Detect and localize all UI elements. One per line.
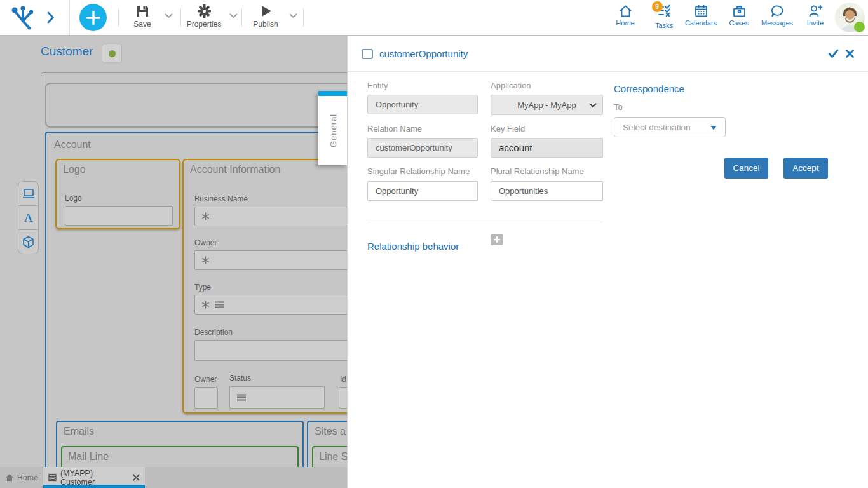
active-tab-underline xyxy=(43,485,145,488)
relation-checkbox[interactable] xyxy=(362,49,373,59)
publish-chevron-down-icon[interactable] xyxy=(289,13,297,18)
add-behavior-button[interactable] xyxy=(491,234,503,245)
plus-icon xyxy=(494,236,500,243)
nav-calendars[interactable]: Calendars xyxy=(682,4,719,27)
properties-icon xyxy=(197,4,212,18)
destination-placeholder: Select destination xyxy=(623,123,691,132)
tab-myapp-customer[interactable]: (MYAPP) Customer xyxy=(43,467,145,488)
general-tab-accent xyxy=(318,91,347,96)
owner-field[interactable] xyxy=(194,250,347,270)
status-field[interactable] xyxy=(229,386,325,409)
close-icon[interactable] xyxy=(845,49,855,58)
nav-home[interactable]: Home xyxy=(612,4,639,27)
nav-cases[interactable]: Cases xyxy=(726,4,752,27)
save-icon xyxy=(135,4,150,18)
publish-label: Publish xyxy=(253,20,278,29)
component-tool-button[interactable] xyxy=(18,229,39,254)
key-field[interactable] xyxy=(491,138,603,158)
business-name-label: Business Name xyxy=(194,194,248,203)
properties-label: Properties xyxy=(187,20,222,29)
plural-name-label: Plural Relationship Name xyxy=(491,166,584,176)
type-field[interactable] xyxy=(194,295,347,315)
tab-general[interactable]: General xyxy=(318,91,347,165)
nav-cases-label: Cases xyxy=(729,19,749,27)
save-label: Save xyxy=(133,20,151,29)
id-account-field[interactable] xyxy=(339,387,347,409)
relation-title: customerOpportunity xyxy=(379,48,468,59)
account-information-section[interactable]: Account Information Business Name Owner … xyxy=(182,159,347,414)
expand-chevron-icon[interactable] xyxy=(47,11,55,24)
form-designer-canvas: Customer Account Logo Logo Account Infor… xyxy=(0,36,347,488)
type-label: Type xyxy=(194,283,211,292)
nav-home-label: Home xyxy=(616,19,634,27)
cancel-button[interactable]: Cancel xyxy=(724,158,768,179)
accept-button[interactable]: Accept xyxy=(783,158,828,179)
tab-home[interactable]: Home xyxy=(0,467,43,488)
application-select[interactable]: MyApp - MyApp xyxy=(491,95,603,115)
account-section-title: Account xyxy=(54,139,91,151)
destination-dropdown[interactable]: Select destination xyxy=(614,117,726,137)
page-title: Customer xyxy=(41,44,93,58)
properties-chevron-down-icon[interactable] xyxy=(229,13,238,18)
plural-name-field[interactable] xyxy=(491,181,603,201)
menu-icon xyxy=(236,393,247,402)
singular-name-field[interactable] xyxy=(367,181,478,201)
nav-invite-label: Invite xyxy=(807,19,824,27)
chevron-down-icon xyxy=(589,103,597,108)
status-green-dot xyxy=(109,50,116,57)
relationship-behavior-link[interactable]: Relationship behavior xyxy=(367,241,459,252)
nav-invite[interactable]: Invite xyxy=(803,4,827,27)
doc-tab-label: (MYAPP) Customer xyxy=(60,469,129,487)
description-label: Description xyxy=(194,328,233,337)
messages-icon xyxy=(770,4,785,18)
asterisk-icon xyxy=(201,301,210,309)
logo-area xyxy=(0,0,70,35)
sites-section-title: Sites a xyxy=(315,426,346,437)
entity-field[interactable] xyxy=(367,95,478,114)
cube-icon xyxy=(22,236,34,248)
nav-tasks-label: Tasks xyxy=(655,22,673,29)
status-label: Status xyxy=(229,374,251,383)
id-account-label: Id A xyxy=(340,375,347,384)
online-status-dot xyxy=(854,22,865,32)
asterisk-icon xyxy=(201,256,210,264)
text-tool-button[interactable]: A xyxy=(18,205,39,230)
logo-section[interactable]: Logo Logo xyxy=(55,159,180,229)
house-icon xyxy=(5,473,14,482)
panel-divider xyxy=(348,71,868,72)
list-icon xyxy=(48,473,57,482)
business-name-field[interactable] xyxy=(194,207,347,226)
confirm-icon[interactable] xyxy=(828,49,839,58)
section-divider xyxy=(367,222,603,222)
account-information-title: Account Information xyxy=(190,164,280,175)
nav-calendars-label: Calendars xyxy=(685,19,717,27)
key-field-label: Key Field xyxy=(491,124,525,133)
form-status-button[interactable] xyxy=(102,44,122,63)
description-field[interactable] xyxy=(194,340,347,361)
publish-button[interactable]: Publish xyxy=(247,4,284,29)
nav-tasks[interactable]: 9 Tasks xyxy=(652,4,676,29)
claw-logo-icon[interactable] xyxy=(9,4,37,31)
properties-button[interactable]: Properties xyxy=(184,4,224,29)
save-button[interactable]: Save xyxy=(125,4,160,29)
nav-messages[interactable]: Messages xyxy=(759,4,796,27)
designer-mini-toolbar: A xyxy=(18,181,39,254)
add-button[interactable] xyxy=(79,4,107,31)
emails-section-title: Emails xyxy=(64,426,94,437)
owner-small-field[interactable] xyxy=(194,387,218,409)
menu-icon xyxy=(214,301,224,309)
relation-name-field[interactable] xyxy=(367,138,478,158)
logo-section-title: Logo xyxy=(63,164,86,175)
publish-icon xyxy=(259,4,273,18)
application-value: MyApp - MyApp xyxy=(517,100,576,110)
top-toolbar: Save Properties Publish xyxy=(0,0,868,36)
form-header-zone[interactable] xyxy=(45,83,347,128)
preview-device-button[interactable] xyxy=(18,181,39,206)
singular-name-label: Singular Relationship Name xyxy=(367,166,470,176)
bottom-tabs-bar: Home (MYAPP) Customer xyxy=(0,467,347,488)
entity-label: Entity xyxy=(367,81,388,90)
cases-icon xyxy=(732,4,747,18)
logo-field[interactable] xyxy=(65,206,173,226)
close-icon[interactable] xyxy=(133,474,140,481)
save-chevron-down-icon[interactable] xyxy=(165,13,173,18)
